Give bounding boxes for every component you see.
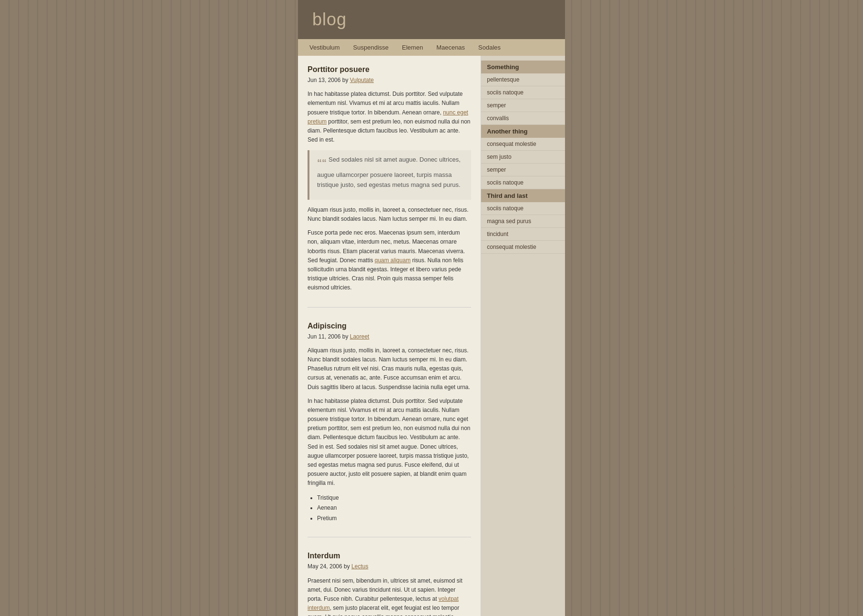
post-paragraph: In hac habitasse platea dictumst. Duis p… — [308, 397, 471, 488]
sidebar-link[interactable]: tincidunt — [481, 228, 565, 241]
post-meta: Jun 11, 2006 by Laoreet — [308, 332, 471, 341]
site-title: blog — [312, 10, 555, 30]
nav-link[interactable]: Vestibulum — [303, 39, 347, 56]
nav-item: Vestibulum — [303, 39, 347, 56]
post-meta: May 24, 2006 by Lectus — [308, 562, 471, 571]
list-item: Aenean — [317, 503, 471, 513]
nav-item: Elemen — [395, 39, 430, 56]
post-author-link[interactable]: Laoreet — [350, 333, 370, 340]
post-meta: Jun 13, 2006 by Vulputate — [308, 76, 471, 85]
sidebar-link[interactable]: consequat molestie — [481, 241, 565, 254]
sidebar-link[interactable]: semper — [481, 99, 565, 112]
post-author-link[interactable]: Lectus — [351, 563, 368, 570]
sidebar-link[interactable]: convallis — [481, 112, 565, 125]
post-inline-link[interactable]: quam aliquam — [375, 257, 411, 264]
sidebar-section-title: Another thing — [481, 125, 565, 138]
nav-link[interactable]: Suspendisse — [347, 39, 395, 56]
sidebar-link[interactable]: sociis natoque — [481, 202, 565, 215]
post-inline-link[interactable]: nunc eget pretium — [308, 109, 468, 125]
sidebar-link[interactable]: semper — [481, 164, 565, 176]
quote-mark-icon: ““ — [317, 157, 327, 168]
nav-link[interactable]: Elemen — [395, 39, 430, 56]
post: InterdumMay 24, 2006 by LectusPraesent n… — [308, 552, 471, 616]
nav-list: VestibulumSuspendisseElemenMaecenasSodal… — [298, 39, 565, 56]
post-title: Interdum — [308, 552, 471, 560]
nav-link[interactable]: Maecenas — [430, 39, 472, 56]
post-inline-link[interactable]: volutpat interdum — [308, 595, 459, 611]
sidebar-section-title: Third and last — [481, 189, 565, 202]
post-title: Porttitor posuere — [308, 65, 471, 74]
list-item: Tristique — [317, 493, 471, 503]
sidebar-section-title: Something — [481, 61, 565, 73]
list-item: Pretium — [317, 513, 471, 524]
site-header: blog — [298, 0, 565, 39]
post-paragraph: Praesent nisi sem, bibendum in, ultrices… — [308, 576, 471, 616]
nav-item: Sodales — [472, 39, 507, 56]
main-content: Porttitor posuereJun 13, 2006 by Vulputa… — [298, 56, 481, 616]
sidebar-link[interactable]: sociis natoque — [481, 86, 565, 99]
post-paragraph: Aliquam risus justo, mollis in, laoreet … — [308, 205, 471, 224]
sidebar-link[interactable]: pellentesque — [481, 73, 565, 86]
sidebar-link[interactable]: magna sed purus — [481, 215, 565, 228]
post-list: TristiqueAeneanPretium — [317, 493, 471, 524]
nav-item: Maecenas — [430, 39, 472, 56]
post-paragraph: Aliquam risus justo, mollis in, laoreet … — [308, 346, 471, 392]
post: Porttitor posuereJun 13, 2006 by Vulputa… — [308, 65, 471, 308]
main-nav: VestibulumSuspendisseElemenMaecenasSodal… — [298, 39, 565, 56]
blockquote-text: ““Sed sodales nisl sit amet augue. Donec… — [317, 155, 463, 190]
sidebar-link[interactable]: consequat molestie — [481, 138, 565, 151]
content-layout: Porttitor posuereJun 13, 2006 by Vulputa… — [298, 56, 565, 616]
nav-link[interactable]: Sodales — [472, 39, 507, 56]
post-paragraph: Fusce porta pede nec eros. Maecenas ipsu… — [308, 228, 471, 292]
sidebar-link[interactable]: sociis natoque — [481, 176, 565, 189]
sidebar-link[interactable]: sem justo — [481, 151, 565, 164]
post: AdipiscingJun 11, 2006 by LaoreetAliquam… — [308, 322, 471, 538]
post-author-link[interactable]: Vulputate — [350, 77, 374, 83]
blockquote: ““Sed sodales nisl sit amet augue. Donec… — [308, 150, 471, 200]
post-title: Adipiscing — [308, 322, 471, 330]
nav-item: Suspendisse — [347, 39, 395, 56]
post-paragraph: In hac habitasse platea dictumst. Duis p… — [308, 90, 471, 144]
sidebar: Somethingpellentesquesociis natoquesempe… — [481, 56, 565, 616]
